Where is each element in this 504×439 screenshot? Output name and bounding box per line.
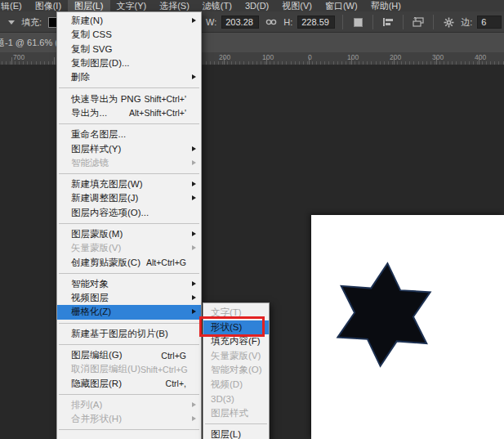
submenu-item-video: 视频(D) xyxy=(203,378,269,392)
menubar-item-edit[interactable]: 辑(E) xyxy=(0,0,29,11)
menu-item-copy-css[interactable]: 复制 CSS xyxy=(57,28,201,42)
options-separator xyxy=(372,15,373,29)
path-alignment-icon[interactable] xyxy=(381,15,395,29)
menu-separator xyxy=(59,429,199,430)
submenu-item-layer-style: 图层样式 xyxy=(203,406,269,421)
photoshop-window: 辑(E) 图像(I) 图层(L) 文字(Y) 选择(S) 滤镜(T) 3D(D)… xyxy=(0,0,504,439)
menu-item-vector-mask: 矢量蒙版(V) xyxy=(57,241,201,255)
menu-item-group-layers[interactable]: 图层编组(G)Ctrl+G xyxy=(57,348,201,362)
menubar-item-view[interactable]: 视图(V) xyxy=(275,0,319,11)
gear-icon[interactable] xyxy=(441,15,456,29)
menu-item-layer-content-options[interactable]: 图层内容选项(O)... xyxy=(57,206,201,220)
menubar-item-window[interactable]: 窗口(W) xyxy=(319,0,364,11)
path-arrangement-icon[interactable] xyxy=(411,15,426,29)
path-operations-icon[interactable] xyxy=(350,15,365,29)
submenu-item-fill-content[interactable]: 填充内容(F) xyxy=(203,334,269,349)
menubar-item-3d[interactable]: 3D(D) xyxy=(239,0,275,11)
submenu-arrow-icon xyxy=(192,181,196,186)
menu-item-combine-shapes: 合并形状(H) xyxy=(57,412,201,426)
menu-separator xyxy=(59,87,199,88)
submenu-arrow-icon xyxy=(192,245,196,250)
menubar: 辑(E) 图像(I) 图层(L) 文字(Y) 选择(S) 滤镜(T) 3D(D)… xyxy=(0,0,504,11)
menubar-item-type[interactable]: 文字(Y) xyxy=(110,0,154,11)
height-input[interactable]: 228.59 xyxy=(297,16,335,29)
submenu-item-vector-mask: 矢量蒙版(V) xyxy=(203,349,269,364)
fill-label: 填充: xyxy=(21,16,42,29)
ruler-label: 400 xyxy=(475,53,486,61)
menubar-item-filter[interactable]: 滤镜(T) xyxy=(196,0,239,11)
rasterize-submenu: 文字(T) 形状(S) 填充内容(F) 矢量蒙版(V) 智能对象(O) 视频(D… xyxy=(203,302,270,439)
options-separator xyxy=(342,15,343,29)
submenu-arrow-icon xyxy=(192,231,196,236)
menu-item-layer-style[interactable]: 图层样式(Y) xyxy=(57,141,201,155)
submenu-item-smart-object: 智能对象(O) xyxy=(203,363,269,378)
menu-item-arrange: 排列(A) xyxy=(57,398,201,412)
ruler-label: 300 xyxy=(432,53,444,61)
menu-item-duplicate-layer[interactable]: 复制图层(D)... xyxy=(57,56,201,70)
submenu-arrow-icon xyxy=(192,295,196,300)
six-point-star xyxy=(336,260,432,369)
menu-item-new-layer-based-slice[interactable]: 新建基于图层的切片(B) xyxy=(57,327,201,341)
menu-item-quick-export-png[interactable]: 快速导出为 PNGShift+Ctrl+' xyxy=(57,92,201,105)
menu-item-ungroup-layers: 取消图层编组(U)Shift+Ctrl+G xyxy=(57,362,201,376)
menu-item-create-clipping-mask[interactable]: 创建剪贴蒙版(C)Alt+Ctrl+G xyxy=(57,255,201,269)
menu-separator xyxy=(59,123,199,124)
menu-separator xyxy=(59,323,199,324)
edge-label: 边: xyxy=(461,16,472,29)
edge-input[interactable]: 6 xyxy=(477,16,502,29)
menu-item-new[interactable]: 新建(N) xyxy=(57,14,201,28)
layer-menu: 新建(N) 复制 CSS 复制 SVG 复制图层(D)... 删除 快速导出为 … xyxy=(56,11,202,439)
menu-separator xyxy=(205,423,267,424)
submenu-item-type: 文字(T) xyxy=(203,306,269,320)
menu-item-rename-layer[interactable]: 重命名图层... xyxy=(57,128,201,141)
ruler-label: 700 xyxy=(13,53,25,61)
menu-item-export-as[interactable]: 导出为...Alt+Shift+Ctrl+' xyxy=(57,106,201,120)
ruler-label: 200 xyxy=(390,53,401,61)
submenu-arrow-icon xyxy=(192,18,196,23)
menubar-item-select[interactable]: 选择(S) xyxy=(153,0,196,11)
menu-item-rasterize[interactable]: 栅格化(Z) xyxy=(57,305,201,319)
ruler-label: 100 xyxy=(347,53,359,61)
submenu-arrow-icon xyxy=(192,309,196,314)
menubar-item-layer[interactable]: 图层(L) xyxy=(68,0,109,11)
submenu-item-shape[interactable]: 形状(S) xyxy=(203,320,269,335)
submenu-arrow-icon xyxy=(192,146,196,151)
menu-item-layer-mask[interactable]: 图层蒙版(M) xyxy=(57,227,201,241)
menu-item-new-fill-layer[interactable]: 新建填充图层(W) xyxy=(57,177,201,191)
canvas-area[interactable] xyxy=(311,215,504,439)
ruler-label: 100 xyxy=(262,53,274,61)
menubar-item-help[interactable]: 帮助(H) xyxy=(364,0,408,11)
menu-separator xyxy=(59,344,199,345)
submenu-arrow-icon xyxy=(192,416,196,421)
width-label: W: xyxy=(206,17,216,27)
menu-separator xyxy=(59,394,199,395)
submenu-arrow-icon xyxy=(192,195,196,200)
menu-item-copy-svg[interactable]: 复制 SVG xyxy=(57,43,201,56)
height-label: H: xyxy=(283,17,292,27)
menu-separator xyxy=(59,223,199,224)
menu-separator xyxy=(59,273,199,274)
menu-separator xyxy=(59,173,199,174)
submenu-arrow-icon xyxy=(192,74,196,79)
ruler-label: 200 xyxy=(219,53,230,61)
menu-item-smart-filter: 智能滤镜 xyxy=(57,156,201,170)
chevron-down-icon[interactable] xyxy=(8,20,15,25)
menubar-item-image[interactable]: 图像(I) xyxy=(29,0,68,11)
submenu-arrow-icon xyxy=(192,402,196,407)
submenu-item-layer[interactable]: 图层(L) xyxy=(203,428,269,439)
width-input[interactable]: 203.28 xyxy=(221,16,259,29)
ruler-label: 0 xyxy=(308,53,312,61)
menu-item-smart-objects[interactable]: 智能对象 xyxy=(57,277,201,291)
menu-item-new-adjustment-layer[interactable]: 新建调整图层(J) xyxy=(57,191,201,205)
options-separator xyxy=(403,15,404,29)
menu-item-video-layers[interactable]: 视频图层 xyxy=(57,291,201,305)
options-separator xyxy=(433,15,434,29)
link-dimensions-icon[interactable] xyxy=(264,15,279,29)
submenu-arrow-icon xyxy=(192,160,196,165)
star-shape[interactable] xyxy=(311,215,504,439)
menu-item-hide-layers[interactable]: 隐藏图层(R)Ctrl+, xyxy=(57,377,201,391)
submenu-arrow-icon xyxy=(192,281,196,286)
submenu-item-3d: 3D(3) xyxy=(203,392,269,406)
menu-item-delete[interactable]: 删除 xyxy=(57,70,201,84)
